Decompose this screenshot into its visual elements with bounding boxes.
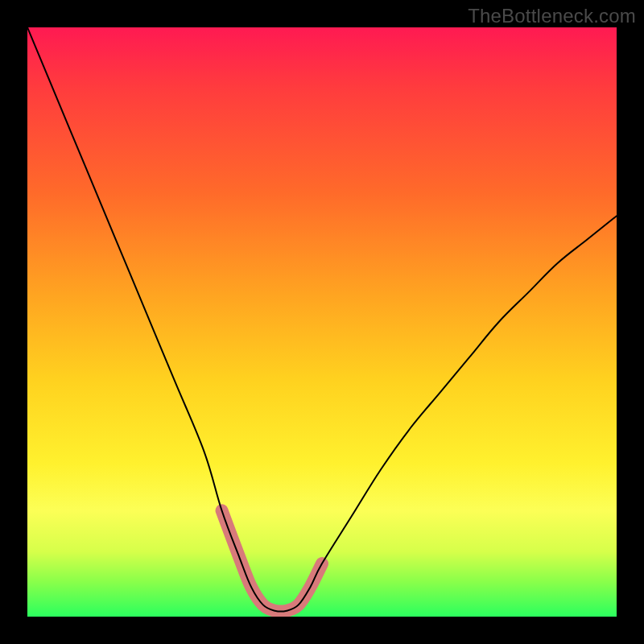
chart-frame: TheBottleneck.com	[0, 0, 644, 644]
bottleneck-curve	[27, 27, 617, 612]
plot-area	[27, 27, 617, 617]
watermark-text: TheBottleneck.com	[468, 5, 636, 27]
curve-svg	[27, 27, 617, 617]
trough-highlight	[222, 510, 322, 611]
